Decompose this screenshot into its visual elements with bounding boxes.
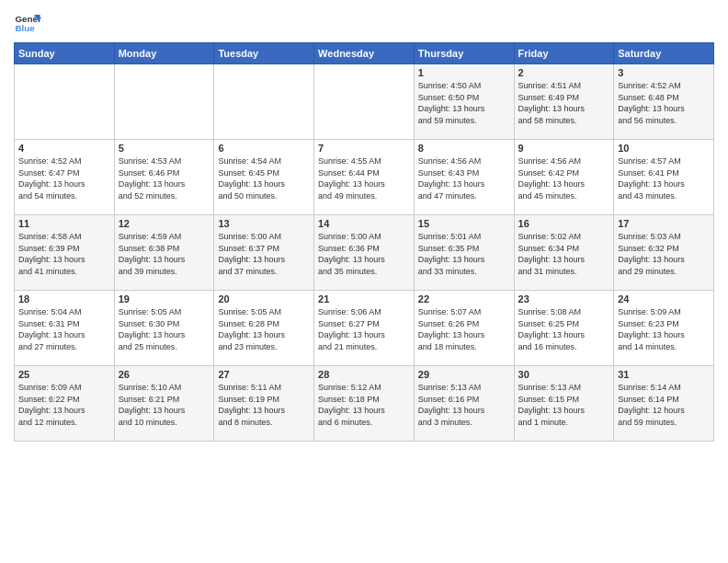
day-number: 29	[418, 369, 510, 380]
day-header-sunday: Sunday	[15, 43, 115, 64]
day-number: 20	[218, 293, 310, 304]
day-number: 23	[518, 293, 610, 304]
day-info: Sunrise: 4:53 AM Sunset: 6:46 PM Dayligh…	[119, 155, 210, 201]
day-info: Sunrise: 5:14 AM Sunset: 6:14 PM Dayligh…	[618, 382, 710, 428]
day-number: 17	[618, 218, 710, 229]
day-number: 14	[318, 218, 410, 229]
calendar-cell: 26Sunrise: 5:10 AM Sunset: 6:21 PM Dayli…	[114, 366, 214, 442]
calendar-cell: 16Sunrise: 5:02 AM Sunset: 6:34 PM Dayli…	[514, 215, 614, 291]
header: General Blue	[14, 9, 714, 37]
calendar-cell: 30Sunrise: 5:13 AM Sunset: 6:15 PM Dayli…	[514, 366, 614, 442]
day-info: Sunrise: 5:05 AM Sunset: 6:30 PM Dayligh…	[119, 306, 210, 352]
calendar-cell	[314, 64, 415, 140]
day-number: 3	[618, 67, 710, 78]
day-info: Sunrise: 5:12 AM Sunset: 6:18 PM Dayligh…	[318, 382, 410, 428]
day-info: Sunrise: 5:10 AM Sunset: 6:21 PM Dayligh…	[119, 382, 210, 428]
day-info: Sunrise: 5:11 AM Sunset: 6:19 PM Dayligh…	[218, 382, 310, 428]
day-number: 25	[18, 369, 110, 380]
day-number: 1	[418, 67, 510, 78]
day-info: Sunrise: 5:00 AM Sunset: 6:37 PM Dayligh…	[218, 231, 310, 277]
day-number: 2	[518, 67, 610, 78]
day-number: 11	[18, 218, 110, 229]
calendar-table: SundayMondayTuesdayWednesdayThursdayFrid…	[14, 42, 714, 442]
calendar-cell: 13Sunrise: 5:00 AM Sunset: 6:37 PM Dayli…	[214, 215, 314, 291]
week-row-4: 18Sunrise: 5:04 AM Sunset: 6:31 PM Dayli…	[15, 291, 714, 366]
week-row-5: 25Sunrise: 5:09 AM Sunset: 6:22 PM Dayli…	[15, 366, 714, 442]
day-info: Sunrise: 5:13 AM Sunset: 6:15 PM Dayligh…	[518, 382, 610, 428]
calendar-cell: 19Sunrise: 5:05 AM Sunset: 6:30 PM Dayli…	[114, 291, 214, 366]
day-header-thursday: Thursday	[414, 43, 514, 64]
day-info: Sunrise: 5:04 AM Sunset: 6:31 PM Dayligh…	[18, 306, 110, 352]
calendar-cell: 20Sunrise: 5:05 AM Sunset: 6:28 PM Dayli…	[214, 291, 314, 366]
calendar-cell: 6Sunrise: 4:54 AM Sunset: 6:45 PM Daylig…	[214, 140, 314, 215]
day-number: 4	[18, 143, 110, 154]
day-number: 19	[119, 293, 210, 304]
calendar-cell: 25Sunrise: 5:09 AM Sunset: 6:22 PM Dayli…	[15, 366, 115, 442]
day-number: 13	[218, 218, 310, 229]
day-info: Sunrise: 5:06 AM Sunset: 6:27 PM Dayligh…	[318, 306, 410, 352]
calendar-cell: 31Sunrise: 5:14 AM Sunset: 6:14 PM Dayli…	[614, 366, 714, 442]
day-info: Sunrise: 4:59 AM Sunset: 6:38 PM Dayligh…	[119, 231, 210, 277]
day-info: Sunrise: 4:50 AM Sunset: 6:50 PM Dayligh…	[418, 80, 510, 126]
day-info: Sunrise: 5:07 AM Sunset: 6:26 PM Dayligh…	[418, 306, 510, 352]
calendar-cell: 5Sunrise: 4:53 AM Sunset: 6:46 PM Daylig…	[114, 140, 214, 215]
week-row-2: 4Sunrise: 4:52 AM Sunset: 6:47 PM Daylig…	[15, 140, 714, 215]
calendar-cell: 15Sunrise: 5:01 AM Sunset: 6:35 PM Dayli…	[414, 215, 514, 291]
day-number: 6	[218, 143, 310, 154]
day-number: 12	[119, 218, 210, 229]
day-number: 9	[518, 143, 610, 154]
day-number: 26	[119, 369, 210, 380]
day-info: Sunrise: 5:13 AM Sunset: 6:16 PM Dayligh…	[418, 382, 510, 428]
calendar-cell: 27Sunrise: 5:11 AM Sunset: 6:19 PM Dayli…	[214, 366, 314, 442]
calendar-cell: 3Sunrise: 4:52 AM Sunset: 6:48 PM Daylig…	[614, 64, 714, 140]
calendar-cell: 4Sunrise: 4:52 AM Sunset: 6:47 PM Daylig…	[15, 140, 115, 215]
week-row-1: 1Sunrise: 4:50 AM Sunset: 6:50 PM Daylig…	[15, 64, 714, 140]
calendar-cell: 2Sunrise: 4:51 AM Sunset: 6:49 PM Daylig…	[514, 64, 614, 140]
day-info: Sunrise: 4:52 AM Sunset: 6:47 PM Dayligh…	[18, 155, 110, 201]
calendar-cell: 8Sunrise: 4:56 AM Sunset: 6:43 PM Daylig…	[414, 140, 514, 215]
day-header-saturday: Saturday	[614, 43, 714, 64]
day-info: Sunrise: 4:56 AM Sunset: 6:43 PM Dayligh…	[418, 155, 510, 201]
svg-text:Blue: Blue	[16, 23, 36, 33]
calendar-cell: 10Sunrise: 4:57 AM Sunset: 6:41 PM Dayli…	[614, 140, 714, 215]
day-number: 5	[119, 143, 210, 154]
day-number: 8	[418, 143, 510, 154]
day-header-tuesday: Tuesday	[214, 43, 314, 64]
main-container: General Blue SundayMondayTuesdayWednesda…	[0, 0, 728, 446]
day-header-friday: Friday	[514, 43, 614, 64]
day-info: Sunrise: 5:09 AM Sunset: 6:23 PM Dayligh…	[618, 306, 710, 352]
day-number: 28	[318, 369, 410, 380]
day-info: Sunrise: 5:05 AM Sunset: 6:28 PM Dayligh…	[218, 306, 310, 352]
day-info: Sunrise: 5:09 AM Sunset: 6:22 PM Dayligh…	[18, 382, 110, 428]
calendar-cell: 28Sunrise: 5:12 AM Sunset: 6:18 PM Dayli…	[314, 366, 415, 442]
calendar-cell	[214, 64, 314, 140]
day-number: 18	[18, 293, 110, 304]
day-header-monday: Monday	[114, 43, 214, 64]
day-info: Sunrise: 4:52 AM Sunset: 6:48 PM Dayligh…	[618, 80, 710, 126]
calendar-cell: 22Sunrise: 5:07 AM Sunset: 6:26 PM Dayli…	[414, 291, 514, 366]
calendar-cell: 21Sunrise: 5:06 AM Sunset: 6:27 PM Dayli…	[314, 291, 415, 366]
day-number: 7	[318, 143, 410, 154]
day-info: Sunrise: 4:55 AM Sunset: 6:44 PM Dayligh…	[318, 155, 410, 201]
day-number: 27	[218, 369, 310, 380]
day-number: 24	[618, 293, 710, 304]
day-number: 30	[518, 369, 610, 380]
calendar-cell: 17Sunrise: 5:03 AM Sunset: 6:32 PM Dayli…	[614, 215, 714, 291]
day-info: Sunrise: 5:02 AM Sunset: 6:34 PM Dayligh…	[518, 231, 610, 277]
day-info: Sunrise: 4:51 AM Sunset: 6:49 PM Dayligh…	[518, 80, 610, 126]
day-info: Sunrise: 4:57 AM Sunset: 6:41 PM Dayligh…	[618, 155, 710, 201]
week-row-3: 11Sunrise: 4:58 AM Sunset: 6:39 PM Dayli…	[15, 215, 714, 291]
logo-icon: General Blue	[14, 9, 41, 37]
day-number: 10	[618, 143, 710, 154]
day-number: 21	[318, 293, 410, 304]
calendar-cell	[114, 64, 214, 140]
day-info: Sunrise: 5:08 AM Sunset: 6:25 PM Dayligh…	[518, 306, 610, 352]
calendar-cell: 11Sunrise: 4:58 AM Sunset: 6:39 PM Dayli…	[15, 215, 115, 291]
calendar-header-row: SundayMondayTuesdayWednesdayThursdayFrid…	[15, 43, 714, 64]
calendar-cell: 12Sunrise: 4:59 AM Sunset: 6:38 PM Dayli…	[114, 215, 214, 291]
day-number: 16	[518, 218, 610, 229]
day-info: Sunrise: 4:58 AM Sunset: 6:39 PM Dayligh…	[18, 231, 110, 277]
day-number: 31	[618, 369, 710, 380]
day-info: Sunrise: 5:01 AM Sunset: 6:35 PM Dayligh…	[418, 231, 510, 277]
calendar-cell: 14Sunrise: 5:00 AM Sunset: 6:36 PM Dayli…	[314, 215, 415, 291]
